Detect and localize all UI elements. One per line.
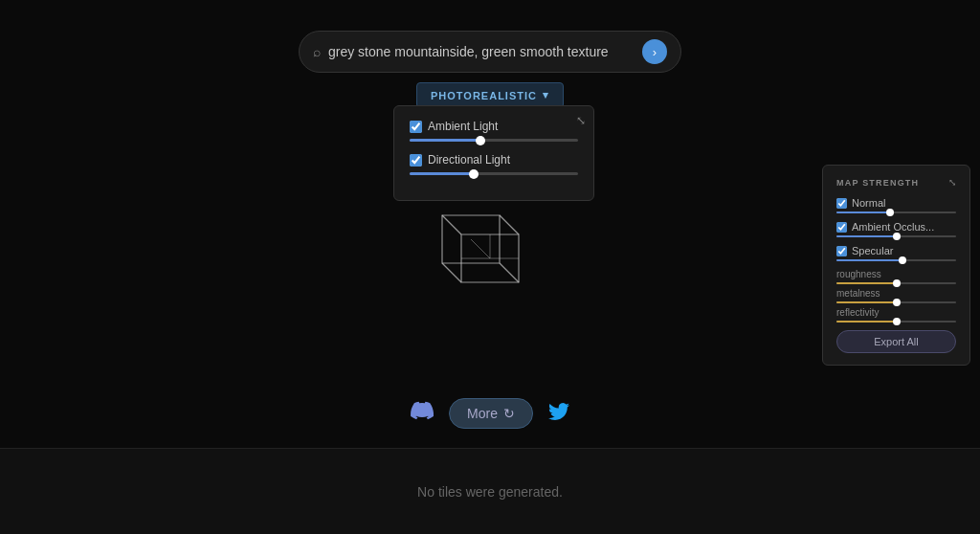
metalness-slider[interactable] [836, 301, 956, 303]
map-strength-collapse-button[interactable]: ⤡ [948, 177, 956, 188]
discord-button[interactable] [411, 399, 434, 428]
map-strength-panel: MAP STRENGTH ⤡ Normal Ambient Occlus... … [822, 165, 970, 366]
metalness-thumb [893, 299, 901, 306]
ambient-light-label: Ambient Light [410, 120, 578, 133]
svg-line-8 [471, 239, 490, 258]
specular-map-slider[interactable] [836, 259, 956, 261]
map-strength-title: MAP STRENGTH ⤡ [836, 177, 956, 188]
style-selector-button[interactable]: PHOTOREALISTIC ▾ [416, 82, 564, 108]
metalness-label: metalness [836, 288, 956, 299]
ambient-light-fill [410, 139, 480, 142]
ambient-occlusion-checkbox[interactable] [836, 222, 847, 233]
directional-light-fill [410, 172, 474, 175]
search-submit-button[interactable]: › [642, 39, 667, 64]
more-label: More [467, 406, 498, 421]
lighting-panel-collapse-button[interactable]: ⤡ [576, 114, 586, 127]
directional-light-label: Directional Light [410, 153, 578, 167]
svg-line-3 [500, 263, 519, 282]
ambient-occlusion-fill [836, 235, 897, 237]
directional-light-checkbox[interactable] [410, 154, 422, 167]
ambient-light-item: Ambient Light [410, 120, 578, 142]
cube-svg [433, 191, 547, 306]
ambient-occlusion-text: Ambient Occlus... [852, 221, 934, 233]
normal-map-fill [836, 211, 890, 213]
no-tiles-message: No tiles were generated. [417, 484, 563, 500]
normal-map-item: Normal [836, 197, 956, 213]
search-input[interactable] [328, 44, 635, 59]
cube-preview [433, 191, 547, 306]
svg-line-4 [442, 263, 461, 282]
specular-map-thumb [899, 256, 906, 264]
ambient-occlusion-label: Ambient Occlus... [836, 221, 956, 233]
specular-map-label: Specular [836, 245, 956, 256]
svg-line-1 [442, 215, 461, 234]
svg-line-2 [500, 215, 519, 234]
roughness-thumb [893, 279, 901, 287]
normal-map-checkbox[interactable] [836, 198, 847, 209]
ambient-occlusion-map-item: Ambient Occlus... [836, 221, 956, 237]
directional-light-slider[interactable] [410, 172, 578, 175]
directional-light-item: Directional Light [410, 153, 578, 175]
lighting-panel: ⤡ Ambient Light Directional Light [393, 105, 594, 201]
specular-map-fill [836, 259, 902, 261]
roughness-slider[interactable] [836, 282, 956, 284]
metalness-fill [836, 301, 897, 303]
normal-map-text: Normal [852, 197, 885, 209]
twitter-button[interactable] [548, 401, 569, 427]
export-all-button[interactable]: Export All [836, 330, 956, 353]
ambient-light-slider[interactable] [410, 139, 578, 142]
normal-map-slider[interactable] [836, 211, 956, 213]
normal-map-thumb [886, 209, 894, 216]
specular-map-checkbox[interactable] [836, 246, 847, 256]
more-button[interactable]: More ↻ [449, 398, 533, 429]
reflectivity-thumb [893, 318, 901, 325]
style-selector-label: PHOTOREALISTIC [431, 90, 537, 101]
reflectivity-slider[interactable] [836, 321, 956, 323]
ambient-light-text: Ambient Light [428, 120, 498, 133]
top-bar: ⌕ › PHOTOREALISTIC ▾ [0, 0, 980, 108]
reflectivity-fill [836, 321, 897, 323]
roughness-label: roughness [836, 269, 956, 279]
refresh-icon: ↻ [503, 406, 515, 421]
search-icon: ⌕ [313, 44, 321, 59]
bottom-panel: No tiles were generated. [0, 448, 980, 534]
reflectivity-label: reflectivity [836, 307, 956, 318]
search-container: ⌕ › [299, 31, 681, 73]
specular-map-text: Specular [852, 245, 893, 256]
roughness-fill [836, 282, 897, 284]
specular-map-item: Specular [836, 245, 956, 261]
ambient-light-thumb [476, 136, 485, 145]
chevron-down-icon: ▾ [543, 89, 549, 101]
ambient-occlusion-slider[interactable] [836, 235, 956, 237]
directional-light-text: Directional Light [428, 153, 510, 167]
normal-map-label: Normal [836, 197, 956, 209]
ambient-light-checkbox[interactable] [410, 121, 422, 133]
bottom-actions: More ↻ [411, 398, 569, 429]
ambient-occlusion-thumb [893, 233, 901, 240]
directional-light-thumb [469, 169, 479, 179]
